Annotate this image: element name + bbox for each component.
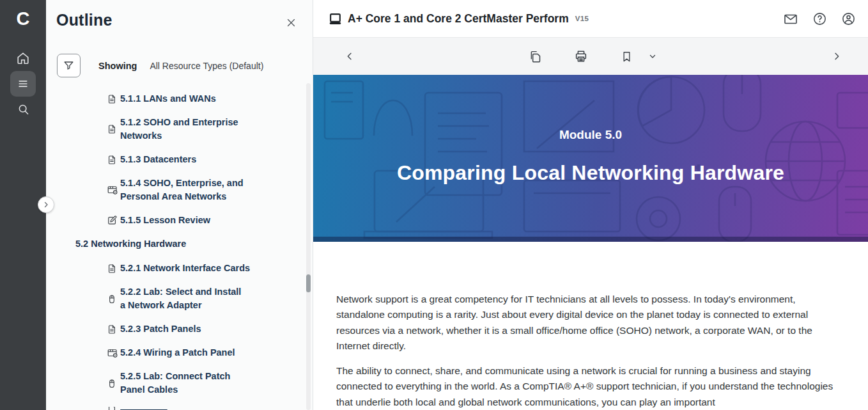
app-header: A+ Core 1 and Core 2 CertMaster Perform …	[313, 0, 868, 38]
book-icon	[329, 12, 342, 26]
menu-icon	[17, 77, 29, 90]
bookmark-menu-button[interactable]	[643, 47, 662, 66]
mail-icon	[783, 12, 798, 27]
outline-list: 5.1.1 LANs and WANs 5.1.2 SOHO and Enter…	[46, 92, 302, 410]
chevron-down-icon	[648, 52, 657, 61]
filter-button[interactable]	[57, 54, 81, 77]
list-item[interactable]: 5.1.2 SOHO and Enterprise Networks	[46, 116, 251, 143]
next-page-button[interactable]	[827, 47, 846, 66]
list-item-label: 5.2.1 Network Interface Cards	[120, 262, 250, 275]
list-item[interactable]: 5.1.3 Datacenters	[46, 153, 267, 166]
close-icon	[286, 17, 297, 28]
list-item[interactable]: 5.2.1 Network Interface Cards	[46, 262, 267, 275]
list-item-label: 5.1.5 Lesson Review	[120, 214, 210, 227]
tech-pattern-illustration	[313, 75, 868, 242]
bookmark-button[interactable]	[617, 47, 636, 66]
messages-button[interactable]	[782, 11, 799, 28]
main-content-area: A+ Core 1 and Core 2 CertMaster Perform …	[313, 0, 868, 410]
document-icon	[107, 155, 120, 165]
course-title: A+ Core 1 and Core 2 CertMaster Perform	[348, 12, 569, 26]
chevron-right-icon	[832, 51, 842, 61]
list-item-partial[interactable]	[46, 407, 302, 410]
document-icon	[107, 264, 120, 274]
help-button[interactable]	[811, 11, 828, 28]
print-button[interactable]	[571, 47, 591, 66]
list-item[interactable]: 5.2.2 Lab: Select and Install a Network …	[46, 285, 245, 312]
document-icon	[107, 94, 120, 104]
list-item-label: 5.1.4 SOHO, Enterprise, and Personal Are…	[120, 177, 249, 203]
copy-icon	[529, 50, 542, 63]
course-version: V15	[575, 15, 589, 22]
list-item[interactable]: 5.1.1 LANs and WANs	[46, 92, 267, 106]
filter-row: Showing All Resource Types (Default)	[57, 54, 263, 77]
paragraph: Network support is a great competency fo…	[336, 292, 838, 354]
help-icon	[812, 12, 827, 26]
lab-mouse-icon	[107, 294, 120, 304]
list-item[interactable]: 5.2.3 Patch Panels	[46, 322, 267, 336]
list-item-label: 5.1.2 SOHO and Enterprise Networks	[120, 116, 251, 143]
list-item-label: 5.2.2 Lab: Select and Install a Network …	[120, 285, 245, 312]
list-item[interactable]: 5.1.5 Lesson Review	[46, 214, 267, 227]
video-icon	[107, 347, 120, 359]
filter-value: All Resource Types (Default)	[150, 61, 263, 71]
search-button[interactable]	[10, 97, 36, 122]
list-item-label: 5.1.1 LANs and WANs	[120, 92, 216, 106]
close-outline-button[interactable]	[283, 14, 299, 31]
content-toolbar	[313, 38, 868, 75]
section-header[interactable]: 5.2 Networking Hardware	[46, 237, 302, 251]
header-actions	[782, 0, 856, 38]
lesson-body: Network support is a great competency fo…	[313, 242, 868, 410]
home-icon	[16, 51, 30, 65]
chevron-right-icon	[42, 201, 50, 209]
app-window: C Outline	[0, 0, 868, 410]
list-item-label: 5.2.4 Wiring a Patch Panel	[120, 346, 235, 359]
outline-scrollbar-track[interactable]	[306, 83, 311, 410]
bookmark-icon	[621, 51, 633, 63]
outline-toggle-button[interactable]	[10, 71, 36, 97]
document-icon	[107, 407, 120, 410]
edit-icon	[107, 215, 120, 226]
list-item[interactable]: 5.1.4 SOHO, Enterprise, and Personal Are…	[46, 177, 249, 203]
copy-button[interactable]	[525, 47, 545, 66]
lab-mouse-icon	[107, 378, 120, 389]
outline-scrollbar-thumb[interactable]	[306, 274, 311, 292]
account-button[interactable]	[840, 11, 856, 28]
previous-page-button[interactable]	[340, 47, 359, 66]
paragraph: The ability to connect, share, and commu…	[336, 363, 838, 410]
module-title: Comparing Local Networking Hardware	[313, 161, 868, 185]
comptia-logo: C	[0, 5, 46, 32]
video-icon	[107, 184, 120, 196]
search-icon	[17, 103, 30, 116]
panel-collapse-toggle[interactable]	[38, 196, 54, 213]
filter-showing-label: Showing	[98, 61, 137, 71]
list-item-label: 5.1.3 Datacenters	[120, 153, 196, 166]
list-item-label: 5.2.3 Patch Panels	[120, 322, 201, 336]
profile-icon	[841, 12, 856, 26]
outline-panel: Outline Showing All Resource Types (Defa…	[46, 0, 313, 410]
module-number: Module 5.0	[313, 128, 868, 142]
outline-title: Outline	[56, 11, 112, 29]
section-label: 5.2 Networking Hardware	[75, 239, 186, 249]
module-banner: Module 5.0 Comparing Local Networking Ha…	[313, 75, 868, 242]
funnel-icon	[63, 59, 75, 72]
list-item[interactable]: 5.2.5 Lab: Connect Patch Panel Cables	[46, 370, 254, 397]
home-button[interactable]	[10, 45, 36, 71]
document-icon	[107, 324, 120, 335]
print-icon	[574, 49, 588, 63]
chevron-left-icon	[345, 51, 355, 61]
document-icon	[107, 124, 120, 134]
list-item[interactable]: 5.2.4 Wiring a Patch Panel	[46, 346, 267, 359]
banner-bottom-strip	[313, 237, 868, 242]
list-item-label: 5.2.5 Lab: Connect Patch Panel Cables	[120, 370, 254, 397]
